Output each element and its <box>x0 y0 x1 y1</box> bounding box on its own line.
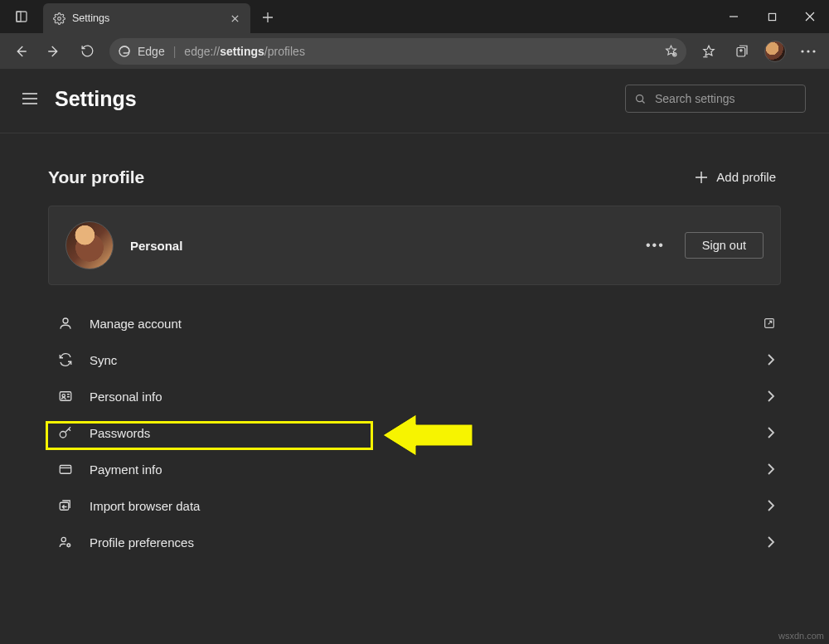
profile-preferences-icon <box>56 535 75 550</box>
more-menu-button[interactable] <box>793 36 824 66</box>
site-label: Edge <box>138 45 165 58</box>
import-browser-data-icon <box>56 498 75 513</box>
menu-button[interactable] <box>18 87 41 110</box>
settings-search[interactable] <box>625 85 806 113</box>
section-title: Your profile <box>48 167 690 187</box>
chevron-right-icon <box>766 353 776 366</box>
collections-button[interactable] <box>726 36 758 66</box>
avatar-icon <box>764 41 786 62</box>
close-tab-button[interactable] <box>227 11 242 26</box>
gear-icon <box>53 12 65 25</box>
add-profile-label: Add profile <box>716 170 776 184</box>
option-payment-info[interactable]: Payment info <box>48 451 781 487</box>
chevron-right-icon <box>766 462 776 476</box>
sync-icon <box>56 352 75 367</box>
back-button[interactable] <box>5 36 36 66</box>
option-manage-account[interactable]: Manage account <box>48 305 781 341</box>
option-passwords[interactable]: Passwords <box>48 414 781 451</box>
svg-rect-0 <box>17 12 27 22</box>
svg-rect-17 <box>60 502 69 510</box>
profile-page: Your profile Add profile Personal ••• Si… <box>0 133 829 560</box>
svg-point-11 <box>63 318 68 323</box>
watermark: wsxdn.com <box>778 631 824 641</box>
passwords-icon <box>56 425 75 440</box>
window-controls <box>715 0 829 33</box>
svg-rect-3 <box>768 13 775 20</box>
app-icon <box>0 0 43 33</box>
address-separator: | <box>173 45 177 58</box>
option-label: Payment info <box>90 462 751 477</box>
svg-point-14 <box>62 395 65 397</box>
profile-avatar <box>65 221 114 269</box>
option-label: Profile preferences <box>90 535 751 550</box>
svg-rect-1 <box>17 12 21 22</box>
address-bar[interactable]: Edge | edge://settings/profiles <box>109 38 686 65</box>
new-tab-button[interactable] <box>254 3 282 31</box>
search-input[interactable] <box>655 92 800 105</box>
search-icon <box>634 93 647 105</box>
close-window-button[interactable] <box>791 0 829 33</box>
option-import-browser-data[interactable]: Import browser data <box>48 487 781 524</box>
profile-avatar-button[interactable] <box>759 36 791 66</box>
svg-point-18 <box>61 537 65 541</box>
chevron-right-icon <box>766 499 776 512</box>
favorites-button[interactable] <box>693 36 725 66</box>
option-label: Import browser data <box>90 499 751 513</box>
chevron-right-icon <box>766 390 776 403</box>
url-text: edge://settings/profiles <box>184 45 656 58</box>
tab-title: Settings <box>72 12 221 24</box>
option-sync[interactable]: Sync <box>48 341 781 378</box>
browser-toolbar: Edge | edge://settings/profiles <box>0 33 829 70</box>
chevron-right-icon <box>766 426 776 439</box>
profile-more-button[interactable]: ••• <box>641 233 670 258</box>
svg-rect-16 <box>60 466 71 474</box>
site-identity: Edge <box>118 45 165 58</box>
svg-point-9 <box>812 50 815 52</box>
maximize-button[interactable] <box>753 0 791 33</box>
settings-content: Settings Your profile Add profile Person… <box>0 70 829 644</box>
minimize-button[interactable] <box>715 0 753 33</box>
svg-point-19 <box>67 544 70 546</box>
svg-point-10 <box>637 94 643 101</box>
profile-options-list: Manage accountSyncPersonal infoPasswords… <box>48 305 781 560</box>
external-link-icon <box>763 317 776 330</box>
forward-button[interactable] <box>38 36 70 66</box>
payment-info-icon <box>56 462 75 477</box>
page-title: Settings <box>55 87 612 111</box>
profile-name: Personal <box>130 239 624 253</box>
chevron-right-icon <box>766 535 776 549</box>
option-label: Sync <box>90 353 751 367</box>
plus-icon <box>695 171 708 184</box>
add-profile-button[interactable]: Add profile <box>690 167 781 187</box>
option-label: Passwords <box>90 426 751 440</box>
settings-header: Settings <box>0 70 829 133</box>
tab-settings[interactable]: Settings <box>43 3 250 33</box>
option-profile-preferences[interactable]: Profile preferences <box>48 524 781 560</box>
option-personal-info[interactable]: Personal info <box>48 378 781 414</box>
favorite-button[interactable] <box>664 44 678 58</box>
option-label: Manage account <box>90 317 748 331</box>
svg-point-8 <box>807 50 809 52</box>
svg-point-2 <box>58 17 61 20</box>
svg-point-15 <box>60 432 66 438</box>
svg-point-7 <box>801 50 803 52</box>
refresh-button[interactable] <box>71 36 103 66</box>
edge-icon <box>118 45 131 58</box>
option-label: Personal info <box>90 390 751 404</box>
sign-out-button[interactable]: Sign out <box>685 232 764 259</box>
personal-info-icon <box>56 389 75 404</box>
manage-account-icon <box>56 316 75 331</box>
profile-card: Personal ••• Sign out <box>48 206 781 285</box>
titlebar: Settings <box>0 0 829 33</box>
